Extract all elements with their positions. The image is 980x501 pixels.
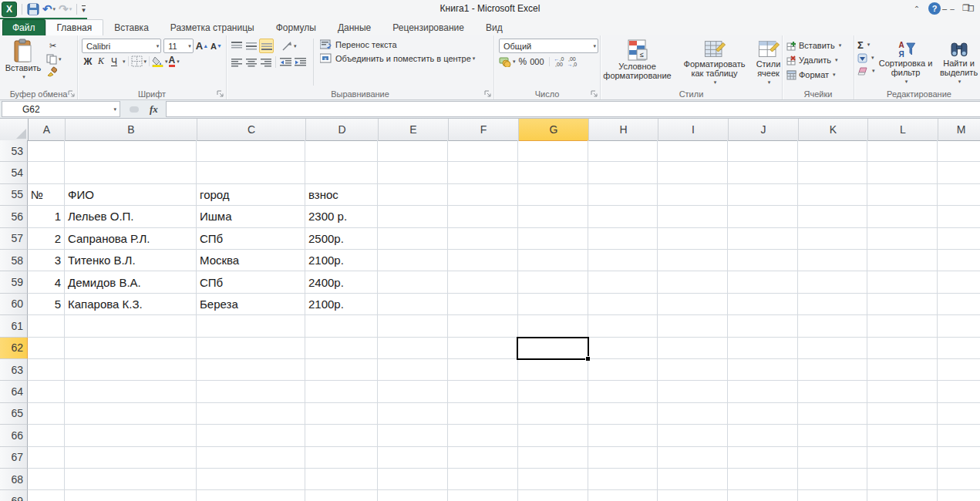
- cell-M62[interactable]: [938, 338, 980, 359]
- increase-indent-button[interactable]: [294, 55, 307, 69]
- doc-restore-button[interactable]: ❐: [964, 2, 978, 15]
- cell-L60[interactable]: [867, 294, 938, 315]
- cell-I60[interactable]: [658, 294, 728, 315]
- cell-L56[interactable]: [867, 206, 938, 227]
- cell-K63[interactable]: [798, 359, 867, 381]
- row-header-64[interactable]: 64: [0, 381, 28, 402]
- cell-B54[interactable]: [65, 162, 197, 183]
- align-right-button[interactable]: [259, 55, 272, 69]
- cell-H54[interactable]: [588, 162, 658, 183]
- cell-B61[interactable]: [65, 315, 197, 337]
- find-select-button[interactable]: Найти и выделить ▾: [935, 38, 980, 86]
- cell-L62[interactable]: [867, 338, 938, 359]
- clear-button[interactable]: ▾: [856, 65, 877, 77]
- cell-M55[interactable]: [938, 184, 980, 206]
- cut-button[interactable]: ✂: [46, 39, 62, 52]
- cell-C65[interactable]: [197, 403, 305, 425]
- cell-C56[interactable]: Ишма: [197, 206, 305, 227]
- cell-B67[interactable]: [65, 447, 197, 469]
- cell-G53[interactable]: [518, 140, 588, 162]
- delete-cells-button[interactable]: Удалить▾: [785, 53, 851, 67]
- cell-A60[interactable]: 5: [28, 294, 65, 315]
- cell-A69[interactable]: [28, 490, 65, 501]
- cell-D58[interactable]: 2100р.: [305, 250, 378, 271]
- format-painter-button[interactable]: [46, 66, 62, 77]
- row-header-67[interactable]: 67: [0, 447, 28, 469]
- align-bottom-button[interactable]: [259, 39, 274, 53]
- fill-color-button[interactable]: ▾: [152, 55, 168, 67]
- cell-H64[interactable]: [588, 381, 658, 402]
- cell-A68[interactable]: [28, 469, 65, 490]
- conditional-formatting-button[interactable]: ≤ Условное форматирование: [599, 37, 676, 87]
- cell-J60[interactable]: [728, 294, 798, 315]
- fill-color-dropdown[interactable]: ▾: [165, 59, 168, 65]
- cell-I65[interactable]: [658, 403, 728, 425]
- cell-G58[interactable]: [518, 250, 588, 271]
- cell-J58[interactable]: [728, 250, 798, 271]
- cell-B60[interactable]: Капарова К.З.: [65, 294, 197, 315]
- find-select-dropdown[interactable]: ▾: [958, 77, 961, 86]
- bold-button[interactable]: Ж: [82, 56, 94, 67]
- cell-G66[interactable]: [518, 425, 588, 446]
- cell-I63[interactable]: [658, 359, 728, 381]
- row-header-54[interactable]: 54: [0, 162, 28, 183]
- cell-H58[interactable]: [588, 250, 658, 271]
- row-header-58[interactable]: 58: [0, 250, 28, 271]
- cell-K56[interactable]: [798, 206, 867, 227]
- row-header-69[interactable]: 69: [0, 490, 28, 501]
- cell-E63[interactable]: [378, 359, 448, 381]
- cell-C66[interactable]: [197, 425, 305, 446]
- cell-B68[interactable]: [65, 469, 197, 490]
- cell-E66[interactable]: [378, 425, 448, 446]
- cell-M59[interactable]: [938, 271, 980, 293]
- cell-I69[interactable]: [658, 490, 728, 501]
- cell-B64[interactable]: [65, 381, 197, 402]
- cell-M61[interactable]: [938, 315, 980, 337]
- cell-M53[interactable]: [938, 140, 980, 162]
- borders-button[interactable]: ▾: [131, 55, 147, 67]
- italic-button[interactable]: К: [95, 55, 107, 67]
- font-color-dropdown[interactable]: ▾: [177, 59, 180, 65]
- column-header-C[interactable]: C: [197, 119, 306, 141]
- cell-M57[interactable]: [938, 228, 980, 250]
- cell-G57[interactable]: [518, 228, 588, 250]
- cell-M63[interactable]: [938, 359, 980, 381]
- column-header-B[interactable]: B: [66, 119, 197, 141]
- cell-L64[interactable]: [867, 381, 938, 402]
- cell-G67[interactable]: [518, 447, 588, 469]
- cell-B69[interactable]: [65, 490, 197, 501]
- cell-J65[interactable]: [728, 403, 798, 425]
- comma-style-button[interactable]: 000: [530, 57, 544, 66]
- cell-L55[interactable]: [867, 184, 938, 206]
- cell-D65[interactable]: [305, 403, 378, 425]
- copy-button[interactable]: ▾: [46, 54, 62, 65]
- format-as-table-button[interactable]: Форматировать как таблицу ▾: [679, 37, 750, 87]
- cell-C59[interactable]: СПб: [197, 271, 305, 293]
- cell-C67[interactable]: [197, 447, 305, 469]
- cell-J68[interactable]: [728, 469, 798, 490]
- cell-J61[interactable]: [728, 315, 798, 337]
- tab-Главная[interactable]: Главная: [45, 19, 104, 36]
- font-size-combo[interactable]: 11▾: [163, 39, 194, 53]
- cell-styles-dropdown[interactable]: ▾: [768, 78, 771, 87]
- cell-B62[interactable]: [65, 338, 197, 359]
- insert-cells-button[interactable]: Вставить▾: [785, 39, 851, 52]
- cell-G59[interactable]: [518, 271, 588, 293]
- cell-M69[interactable]: [938, 490, 980, 501]
- cell-H61[interactable]: [588, 315, 658, 337]
- cell-G63[interactable]: [518, 359, 588, 381]
- cell-D66[interactable]: [305, 425, 378, 446]
- cell-C68[interactable]: [197, 469, 305, 490]
- cell-M54[interactable]: [938, 162, 980, 183]
- help-icon[interactable]: ?: [928, 2, 941, 15]
- cell-I62[interactable]: [658, 338, 728, 359]
- cell-D53[interactable]: [305, 140, 378, 162]
- cell-J62[interactable]: [728, 338, 798, 359]
- tab-Разметка страницы[interactable]: Разметка страницы: [160, 20, 265, 35]
- cell-I59[interactable]: [658, 271, 728, 293]
- underline-dropdown[interactable]: ▾: [123, 59, 126, 65]
- clipboard-dialog-launcher[interactable]: [67, 89, 76, 98]
- cell-F61[interactable]: [448, 315, 518, 337]
- cell-K66[interactable]: [798, 425, 867, 446]
- row-header-66[interactable]: 66: [0, 425, 28, 446]
